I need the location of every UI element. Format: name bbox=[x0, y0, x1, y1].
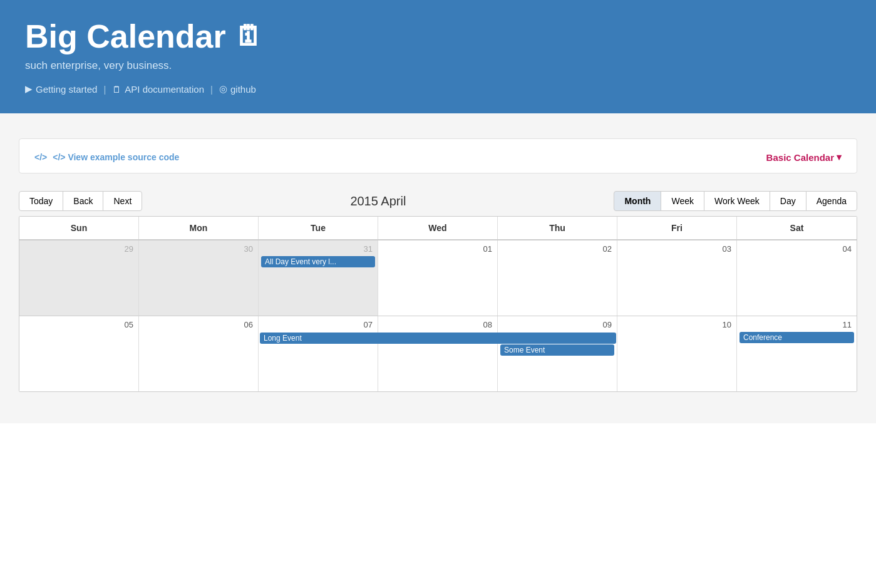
day-number: 02 bbox=[500, 243, 614, 256]
day-apr-05[interactable]: 05 bbox=[19, 316, 139, 391]
play-icon: ▶ bbox=[25, 83, 33, 95]
event-long[interactable]: Long Event bbox=[260, 333, 616, 344]
day-apr-10[interactable]: 10 bbox=[617, 316, 737, 391]
day-number: 03 bbox=[620, 243, 734, 256]
page-title: Big Calendar 🗓 bbox=[25, 19, 851, 54]
nav-button-group: Today Back Next bbox=[19, 191, 142, 211]
day-number: 31 bbox=[261, 243, 375, 256]
day-number: 29 bbox=[22, 243, 136, 256]
back-button[interactable]: Back bbox=[63, 191, 103, 211]
source-link-text: </> View example source code bbox=[53, 152, 179, 162]
day-apr-03[interactable]: 03 bbox=[617, 240, 737, 316]
today-button[interactable]: Today bbox=[19, 191, 63, 211]
view-month-button[interactable]: Month bbox=[614, 191, 661, 211]
view-button-group: Month Week Work Week Day Agenda bbox=[614, 191, 857, 211]
example-dropdown-button[interactable]: Basic Calendar ▾ bbox=[766, 152, 842, 163]
calendar-week-1: 29 30 31 All Day Event very l... 01 02 bbox=[19, 240, 857, 316]
view-workweek-button[interactable]: Work Week bbox=[704, 191, 770, 211]
github-icon: ◎ bbox=[219, 83, 227, 95]
day-apr-11[interactable]: 11 Conference bbox=[737, 316, 857, 391]
day-number: 06 bbox=[142, 319, 255, 332]
view-day-button[interactable]: Day bbox=[770, 191, 806, 211]
doc-icon: 🗒 bbox=[112, 84, 121, 95]
view-source-link[interactable]: </> </> View example source code bbox=[34, 152, 179, 162]
col-thu: Thu bbox=[498, 217, 617, 239]
github-link[interactable]: ◎ github bbox=[219, 83, 256, 95]
col-sat: Sat bbox=[737, 217, 857, 239]
dropdown-label: Basic Calendar bbox=[766, 152, 834, 163]
day-number: 05 bbox=[22, 319, 136, 332]
day-number: 10 bbox=[620, 319, 734, 332]
view-agenda-button[interactable]: Agenda bbox=[806, 191, 857, 211]
day-number: 09 bbox=[500, 319, 614, 332]
day-number: 08 bbox=[381, 319, 495, 332]
day-apr-01[interactable]: 01 bbox=[378, 240, 498, 316]
demo-section: </> </> View example source code Basic C… bbox=[0, 113, 876, 423]
api-docs-link[interactable]: 🗒 API documentation bbox=[112, 84, 204, 95]
day-mar-30[interactable]: 30 bbox=[139, 240, 259, 316]
next-button[interactable]: Next bbox=[103, 191, 142, 211]
calendar-week-2: 05 06 07 Long Event 08 . 09 bbox=[19, 316, 857, 391]
calendar-body: 29 30 31 All Day Event very l... 01 02 bbox=[19, 240, 857, 391]
calendar-icon: 🗓 bbox=[235, 21, 262, 51]
calendar-title: 2015 April bbox=[350, 194, 406, 209]
getting-started-link[interactable]: ▶ Getting started bbox=[25, 83, 97, 95]
day-mar-29[interactable]: 29 bbox=[19, 240, 139, 316]
view-week-button[interactable]: Week bbox=[661, 191, 704, 211]
demo-card: </> </> View example source code Basic C… bbox=[19, 138, 857, 173]
day-mar-31[interactable]: 31 All Day Event very l... bbox=[259, 240, 378, 316]
day-apr-08[interactable]: 08 . bbox=[378, 316, 498, 391]
day-number: 01 bbox=[381, 243, 495, 256]
page-subtitle: such enterprise, very business. bbox=[25, 59, 851, 72]
day-number: 04 bbox=[739, 243, 854, 256]
col-fri: Fri bbox=[617, 217, 737, 239]
event-allday[interactable]: All Day Event very l... bbox=[261, 256, 375, 267]
col-tue: Tue bbox=[259, 217, 378, 239]
day-number: 30 bbox=[142, 243, 255, 256]
calendar-grid: Sun Mon Tue Wed Thu Fri Sat 29 30 bbox=[19, 216, 857, 392]
day-apr-04[interactable]: 04 bbox=[737, 240, 857, 316]
day-apr-06[interactable]: 06 bbox=[139, 316, 259, 391]
chevron-down-icon: ▾ bbox=[837, 152, 842, 163]
col-wed: Wed bbox=[378, 217, 498, 239]
day-number: 07 bbox=[261, 319, 375, 332]
day-apr-02[interactable]: 02 bbox=[498, 240, 617, 316]
day-apr-07[interactable]: 07 Long Event bbox=[259, 316, 378, 391]
header-links: ▶ Getting started | 🗒 API documentation … bbox=[25, 83, 851, 95]
page-header: Big Calendar 🗓 such enterprise, very bus… bbox=[0, 0, 876, 113]
event-some[interactable]: Some Event bbox=[500, 344, 614, 356]
code-icon: </> bbox=[34, 152, 47, 162]
day-number: 11 bbox=[739, 319, 854, 332]
col-sun: Sun bbox=[19, 217, 139, 239]
day-apr-09[interactable]: 09 . Some Event bbox=[498, 316, 617, 391]
calendar-toolbar: Today Back Next 2015 April Month Week Wo… bbox=[19, 186, 857, 216]
event-conference[interactable]: Conference bbox=[739, 332, 854, 343]
calendar-header-row: Sun Mon Tue Wed Thu Fri Sat bbox=[19, 217, 857, 240]
col-mon: Mon bbox=[139, 217, 259, 239]
calendar-container: Today Back Next 2015 April Month Week Wo… bbox=[19, 186, 857, 392]
title-text: Big Calendar bbox=[25, 19, 226, 54]
